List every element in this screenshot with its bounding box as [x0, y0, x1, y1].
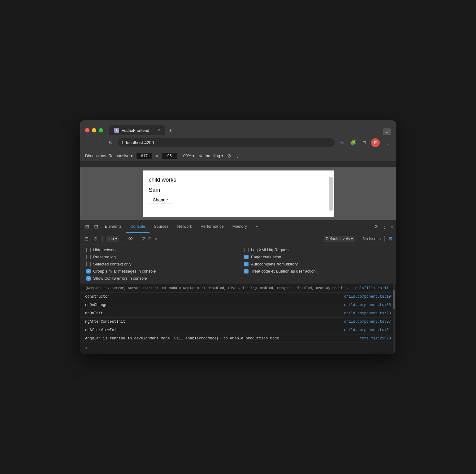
console-settings-gear[interactable]: ⚙ [388, 236, 393, 242]
checkbox-hide-network[interactable] [86, 248, 91, 252]
log-levels-selector[interactable]: Default levels ▾ [324, 236, 355, 242]
eye-icon[interactable]: 👁 [127, 235, 134, 242]
dimensions-label: Dimensions: Responsive [85, 153, 129, 158]
url-display: localhost:4200 [126, 140, 154, 145]
throttle-selector[interactable]: No throttling ▾ [198, 153, 223, 158]
page-scrollbar[interactable] [329, 177, 333, 211]
extensions-button[interactable]: 🧩 [349, 139, 357, 147]
setting-selected-context: Selected context only [86, 262, 232, 266]
console-link-1[interactable]: child.component.ts:19 [344, 295, 391, 299]
tab-sources[interactable]: Sources [149, 220, 173, 233]
new-tab-button[interactable]: + [165, 126, 176, 135]
inspect-element-button[interactable]: ⊡ [92, 224, 101, 230]
times-symbol: × [156, 153, 158, 158]
forward-button[interactable]: → [96, 139, 104, 147]
checkbox-treat-code[interactable] [244, 269, 249, 274]
page-content: child works! Sam Change [143, 170, 334, 217]
console-prompt[interactable]: > [80, 343, 396, 354]
checkbox-preserve-log[interactable] [86, 255, 91, 259]
setting-cors-errors: Show CORS errors in console [86, 276, 232, 281]
devtools-settings-icon[interactable]: ⚙ [374, 224, 378, 230]
devtools-more-icon[interactable]: ⋮ [382, 224, 387, 230]
console-output[interactable]: [webpack-dev-server] Server started: Hot… [80, 284, 396, 354]
zoom-selector[interactable]: 100% ▾ [181, 153, 195, 158]
console-message-2: ngOnChanges child.component.ts:35 [80, 301, 396, 309]
minimize-button[interactable] [92, 128, 96, 132]
console-text-0: [webpack-dev-server] Server started: Hot… [85, 286, 352, 290]
no-capture-button[interactable]: ⊘ [227, 153, 231, 159]
tab-close-button[interactable]: × [158, 128, 160, 133]
console-link-3[interactable]: child.component.ts:23 [344, 311, 391, 316]
context-label: top [108, 236, 114, 241]
console-scrollbar[interactable] [393, 284, 395, 354]
checkbox-cors-errors[interactable] [86, 276, 91, 281]
console-text-2: ngOnChanges [85, 303, 340, 307]
devtools-emulation-bar: Dimensions: Responsive ▾ × 100% ▾ No thr… [80, 150, 396, 161]
tab-memory[interactable]: Memory [228, 220, 251, 233]
setting-group-similar: Group similar messages in console [86, 269, 232, 274]
console-message-5: ngAfterViewInit child.component.ts:31 [80, 326, 396, 334]
tab-network[interactable]: Network [173, 220, 197, 233]
throttle-label: No throttling [198, 153, 220, 158]
console-clear-btn[interactable]: ⊘ [92, 235, 99, 242]
tab-more[interactable]: » [251, 220, 262, 233]
active-tab[interactable]: A FudaoFrontend × [109, 125, 165, 135]
console-text-5: ngAfterViewInit [85, 328, 340, 332]
title-bar: A FudaoFrontend × + ⌄ [80, 120, 396, 135]
console-link-6[interactable]: core.mjs:25520 [360, 336, 391, 341]
console-link-0[interactable]: polyfills.js:111 [355, 286, 391, 291]
devtools-tabs-bar: ⊟ ⊡ Elements Console Sources Network Per… [80, 220, 396, 233]
bookmark-button[interactable]: ☆ [338, 139, 345, 147]
width-input[interactable] [136, 153, 152, 159]
devtools-tab-actions: ⚙ ⋮ × [374, 224, 393, 230]
address-bar[interactable]: ℹ localhost:4200 [118, 138, 335, 147]
tab-menu-button[interactable]: ⌄ [383, 128, 391, 135]
console-message-4: ngAfterContentInit child.component.ts:27 [80, 318, 396, 326]
label-hide-network: Hide network [93, 248, 117, 252]
console-message-3: ngOnInit child.component.ts:23 [80, 309, 396, 318]
scrollbar-thumb[interactable] [393, 290, 395, 309]
tab-favicon: A [114, 128, 119, 133]
checkbox-selected-context[interactable] [86, 262, 91, 266]
page-name-text: Sam [149, 187, 327, 193]
checkbox-eager-eval[interactable] [244, 255, 249, 259]
console-link-2[interactable]: child.component.ts:35 [344, 303, 391, 307]
zoom-arrow: ▾ [193, 153, 195, 158]
label-cors-errors: Show CORS errors in console [93, 276, 147, 281]
checkbox-group-similar[interactable] [86, 269, 91, 274]
height-input[interactable] [162, 153, 177, 159]
tabs-row: A FudaoFrontend × + ⌄ [109, 125, 391, 135]
traffic-lights [85, 128, 103, 132]
console-text-3: ngOnInit [85, 311, 340, 316]
context-selector[interactable]: top ▾ [106, 236, 119, 242]
tab-elements[interactable]: Elements [101, 220, 126, 233]
filter-input[interactable] [148, 236, 321, 242]
levels-arrow: ▾ [351, 236, 353, 241]
browser-menu-button[interactable]: ⋮ [383, 139, 391, 147]
devtools-close-icon[interactable]: × [391, 224, 393, 230]
console-settings-panel: Hide network Log XMLHttpRequests Preserv… [80, 244, 396, 284]
checkbox-autocomplete[interactable] [244, 262, 249, 266]
dimensions-selector[interactable]: Dimensions: Responsive ▾ [85, 153, 133, 158]
checkbox-log-xhr[interactable] [244, 248, 249, 252]
refresh-button[interactable]: ↻ [107, 139, 114, 147]
console-link-4[interactable]: child.component.ts:27 [344, 320, 391, 324]
console-toolbar: ⊟ ⊘ top ▾ 👁 ⊽ Default levels ▾ No Issues… [80, 233, 396, 244]
console-sidebar-btn[interactable]: ⊟ [83, 235, 90, 242]
nav-bar: ← → ↻ ℹ localhost:4200 ☆ 🧩 ⊡ E ⋮ [80, 135, 396, 150]
cast-button[interactable]: ⊡ [361, 139, 367, 146]
devtools-bar-more[interactable]: ⋮ [235, 153, 240, 159]
devtools-sidebar-toggle[interactable]: ⊟ [83, 224, 92, 230]
close-button[interactable] [85, 128, 89, 132]
zoom-label: 100% [181, 153, 191, 158]
label-selected-context: Selected context only [93, 262, 132, 266]
user-avatar[interactable]: E [371, 138, 380, 147]
console-link-5[interactable]: child.component.ts:31 [344, 328, 391, 332]
change-button[interactable]: Change [149, 196, 172, 204]
maximize-button[interactable] [99, 128, 103, 132]
tab-console[interactable]: Console [126, 220, 149, 233]
back-button[interactable]: ← [85, 139, 93, 147]
setting-preserve-log: Preserve log [86, 255, 232, 259]
no-issues-button[interactable]: No Issues [363, 236, 381, 241]
tab-performance[interactable]: Performance [196, 220, 228, 233]
